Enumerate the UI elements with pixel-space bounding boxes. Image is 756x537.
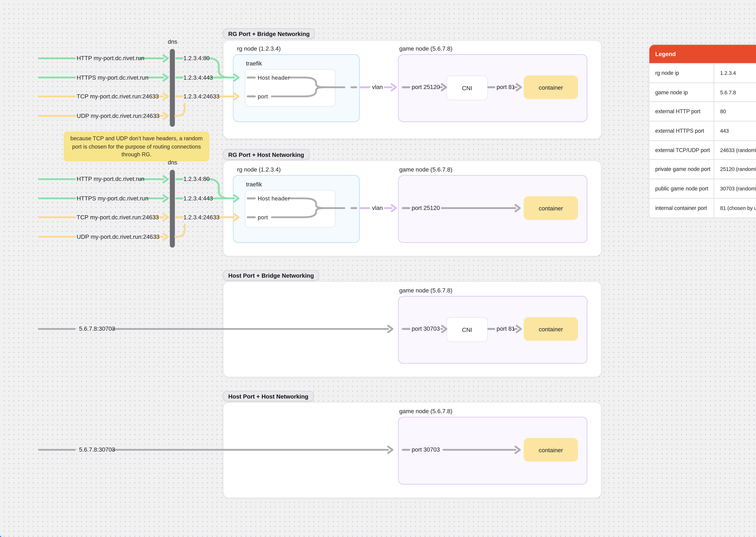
node-port-label: port 25120 (412, 205, 440, 211)
table-row: rg node ip 1.2.3.4 (649, 63, 756, 82)
traefik-title: traefik (246, 61, 262, 67)
legend-header-name: Legend (649, 45, 714, 63)
node-port-label: port 30703 (412, 447, 440, 453)
dns-mapped-address: 1.2.3.4:443 (184, 195, 213, 201)
game-node-title: game node (5.6.7.8) (399, 46, 452, 52)
legend-value: 1.2.3.4 (714, 63, 756, 82)
source-address: 5.6.7.8:30703 (79, 447, 115, 453)
tcp-udp-note: because TCP and UDP don’t have headers, … (63, 132, 209, 161)
dns-row-label: HTTPS my-port.dc.rivet.run (77, 195, 148, 201)
legend-header-row: Legend Range (649, 45, 756, 63)
table-row: external HTTPS port 443 (649, 121, 756, 140)
node-port-label: port 25120 (412, 84, 440, 90)
game-node-title: game node (5.6.7.8) (399, 167, 452, 173)
table-row: public game node port 30703 (randomly ch… (649, 179, 756, 198)
game-node-title: game node (5.6.7.8) (399, 288, 452, 294)
diagram-canvas: CNI container container CNI container co… (0, 0, 756, 537)
legend-value: 5.6.7.8 (714, 83, 756, 102)
rg-node-title: rg node (1.2.3.4) (237, 46, 281, 52)
rg-node-title: rg node (1.2.3.4) (237, 167, 281, 173)
dns-row-label: HTTP my-port.dc.rivet.run (77, 56, 145, 62)
legend-name: public game node port (649, 179, 714, 198)
legend-value: 24633 (randomly chosen per configured po… (714, 141, 756, 159)
dns-row-label: TCP my-port.dc.rivet.run:24633 (77, 214, 159, 220)
dns-row-label: UDP my-port.dc.rivet.run:24633 (77, 234, 159, 240)
table-row: external HTTP port 80 (649, 102, 756, 121)
dns-row-label: HTTP my-port.dc.rivet.run (77, 176, 145, 182)
legend-name: internal container port (649, 199, 714, 217)
cni-box: CNI (446, 317, 488, 342)
table-row: internal container port 81 (chosen by us… (649, 198, 756, 217)
legend-value: 81 (chosen by user) (714, 199, 756, 217)
table-row: external TCP/UDP port 24633 (randomly ch… (649, 140, 756, 159)
container-box: container (524, 317, 578, 341)
container-port-label: port 81 (496, 326, 515, 332)
table-row: private game node port 25120 (randomly c… (649, 159, 756, 179)
container-box: container (524, 438, 578, 462)
legend-value: 25120 (randomly chosen per configured GG… (714, 160, 756, 179)
section-title-rg-bridge: RG Port + Bridge Networking (223, 28, 315, 39)
vlan-label: vlan (369, 205, 386, 211)
legend-name: rg node ip (649, 63, 714, 82)
legend-name: external TCP/UDP port (649, 141, 714, 159)
legend-value: 80 (714, 102, 756, 121)
dns-mapped-address: 1.2.3.4:443 (184, 74, 213, 80)
dns-mapped-address: 1.2.3.4:80 (184, 176, 210, 182)
legend-table: Legend Range rg node ip 1.2.3.4 game nod… (649, 44, 756, 218)
canvas-corner-artifact (0, 536, 1, 537)
dns-mapped-address: 1.2.3.4:80 (184, 56, 210, 62)
cni-box: CNI (446, 75, 488, 100)
container-port-label: port 81 (496, 84, 515, 90)
legend-value: 443 (714, 121, 756, 140)
legend-name: external HTTP port (649, 102, 714, 121)
section-title-host-host: Host Port + Host Networking (223, 391, 314, 401)
vlan-label: vlan (369, 84, 386, 90)
dns-row-label: UDP my-port.dc.rivet.run:24633 (77, 113, 159, 119)
dns-label: dns (164, 160, 180, 166)
section-title-rg-host: RG Port + Host Networking (223, 149, 309, 160)
node-port-label: port 30703 (412, 326, 440, 332)
legend-name: private game node port (649, 160, 714, 179)
game-node-title: game node (5.6.7.8) (399, 408, 452, 414)
dns-mapped-address: 1.2.3.4:24633 (184, 214, 220, 220)
legend-name: game node ip (649, 83, 714, 102)
container-box: container (524, 75, 578, 99)
rule-port: port (258, 215, 268, 221)
dns-label: dns (164, 39, 180, 45)
legend-name: external HTTPS port (649, 121, 714, 140)
table-row: game node ip 5.6.7.8 (649, 82, 756, 102)
traefik-title: traefik (246, 182, 262, 187)
section-title-host-bridge: Host Port + Bridge Networking (223, 270, 319, 280)
rule-port: port (258, 94, 268, 100)
source-address: 5.6.7.8:30703 (79, 326, 115, 332)
legend-header-value (714, 45, 756, 63)
legend-value: 30703 (randomly chosen per configured ho… (714, 179, 756, 198)
dns-row-label: TCP my-port.dc.rivet.run:24633 (77, 93, 159, 99)
rule-host-header: Host header (258, 75, 290, 81)
container-box: container (524, 196, 578, 220)
dns-row-label: HTTPS my-port.dc.rivet.run (77, 74, 148, 80)
rule-host-header: Host header (258, 196, 290, 202)
dns-mapped-address: 1.2.3.4:24633 (184, 93, 220, 99)
